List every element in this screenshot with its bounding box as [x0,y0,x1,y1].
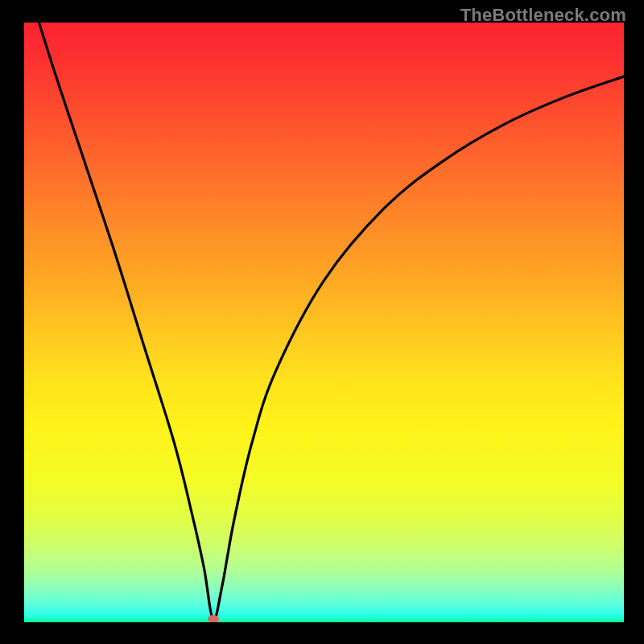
bottleneck-curve [24,23,624,620]
plot-area [24,23,624,622]
curve-svg [24,23,624,622]
optimal-point-marker [208,615,219,622]
watermark-text: TheBottleneck.com [460,5,626,26]
